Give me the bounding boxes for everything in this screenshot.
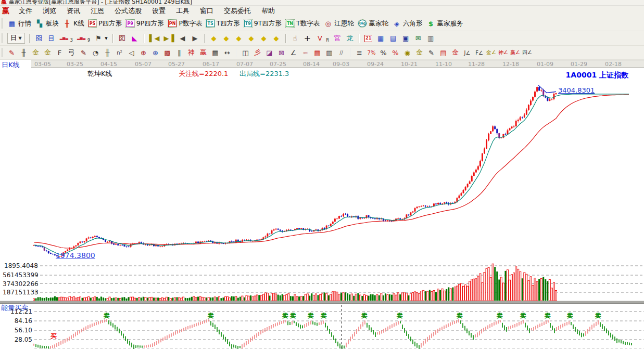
menu-item-6[interactable]: 设置 — [147, 6, 171, 16]
angle-button[interactable]: ∠ — [288, 47, 299, 58]
gift-button[interactable]: 宫 — [333, 34, 342, 43]
notepad-button[interactable]: ▤ — [389, 34, 397, 43]
diamond-left-button[interactable]: ◆ — [210, 34, 218, 43]
pen-one-button[interactable]: ✎ — [426, 47, 437, 58]
send-mail-button[interactable]: ✉ — [414, 34, 422, 43]
calendar-button[interactable]: 21 — [364, 35, 372, 42]
grid-button[interactable]: ▥ — [324, 47, 335, 58]
clock-line-button[interactable]: ◔ — [90, 47, 101, 58]
diamond-updown-button[interactable]: ◆ — [260, 34, 268, 43]
gold-circle-button[interactable]: ◉ — [402, 47, 413, 58]
color-chart-button[interactable]: ◣ — [131, 34, 139, 43]
save-button[interactable]: ▣ — [401, 34, 410, 43]
p-square-button[interactable]: PSP四方形 — [89, 19, 122, 28]
ma3-button[interactable]: ▂▅▃3 — [60, 34, 73, 43]
abacus-button[interactable]: ▦ — [210, 47, 221, 58]
print-button[interactable]: ▥ — [426, 34, 435, 43]
calculator-button[interactable]: ▦ — [376, 34, 385, 43]
sectors-button[interactable]: ▚板块 — [35, 19, 59, 28]
hexagon-button[interactable]: ◈六角形 — [393, 19, 423, 28]
pct-red-button[interactable]: % — [390, 47, 401, 58]
crosshair-button[interactable]: + — [304, 34, 312, 43]
menu-item-7[interactable]: 工具 — [171, 6, 195, 16]
diamond-expand-button[interactable]: ◆ — [235, 34, 243, 43]
sail-button[interactable]: ◁ — [126, 47, 137, 58]
9p-square-button[interactable]: P99P四方形 — [126, 19, 163, 28]
wave-button[interactable]: ≈ — [300, 47, 311, 58]
menu-item-4[interactable]: 江恩 — [85, 6, 109, 16]
shen-button[interactable]: 神 — [186, 47, 197, 58]
gann-figure-button[interactable]: 図 — [118, 34, 127, 43]
next-bar-button[interactable]: ▶ — [191, 34, 199, 43]
trough-price-label[interactable]: 1974.3800 — [56, 251, 95, 260]
gold-red-button[interactable]: 金 — [450, 47, 461, 58]
menu-item-1[interactable]: 文件 — [14, 6, 37, 16]
slashes-button[interactable]: // — [336, 47, 347, 58]
period-day-button[interactable]: 日▼ — [7, 33, 25, 44]
n2-button[interactable]: n² — [114, 47, 125, 58]
winner-wheel-button[interactable]: Big赢家轮 — [358, 19, 388, 28]
gold-box-button[interactable]: 金 — [414, 47, 425, 58]
menu-item-3[interactable]: 资讯 — [61, 6, 85, 16]
hspan-button[interactable]: ↔ — [222, 47, 233, 58]
diamond-compress-button[interactable]: ◆ — [247, 34, 256, 43]
panel-splitter[interactable] — [0, 301, 644, 304]
ying-button[interactable]: 赢 — [198, 47, 209, 58]
box-line-button[interactable]: ◫ — [240, 47, 251, 58]
measure-button[interactable]: VR — [316, 34, 330, 43]
menu-item-8[interactable]: 窗口 — [195, 6, 219, 16]
ying-angle-button[interactable]: 赢∠ — [510, 47, 521, 58]
menu-item-5[interactable]: 公式选股 — [109, 6, 147, 16]
menu-item-2[interactable]: 浏览 — [37, 6, 61, 16]
peak-price-label[interactable]: 3404.8301 — [558, 86, 595, 94]
j-angle-button[interactable]: J∠ — [462, 47, 473, 58]
four-angle-button[interactable]: 四∠ — [522, 47, 533, 58]
f-angle-button[interactable]: F∠ — [474, 47, 485, 58]
fan-button[interactable]: 彡 — [252, 47, 263, 58]
fan-box-button[interactable]: ◪ — [264, 47, 275, 58]
menu-item-9[interactable]: 交易委托 — [219, 6, 256, 16]
compass-button[interactable]: ⊕ — [138, 47, 149, 58]
hand-button[interactable]: ☝ — [291, 34, 299, 43]
candlestick-chart[interactable]: 卖卖卖卖卖卖卖卖卖卖卖卖卖卖买 — [0, 68, 644, 349]
pen-button[interactable]: ✎ — [6, 47, 17, 58]
box-x-button[interactable]: ⊠ — [276, 47, 287, 58]
fence-button[interactable]: ╫ — [18, 47, 29, 58]
box-red-button[interactable]: ▤ — [438, 47, 449, 58]
toolbar-grip[interactable] — [2, 48, 3, 57]
services-button[interactable]: $赢家服务 — [426, 19, 463, 28]
gann-wheel-button[interactable]: ◎江恩轮 — [324, 19, 354, 28]
gold-gate2-button[interactable]: 金 — [42, 47, 53, 58]
diamond-cross-button[interactable]: ◆ — [272, 34, 281, 43]
last-bar-button[interactable]: ▶▐ — [164, 34, 174, 43]
toolbar-grip[interactable] — [2, 33, 3, 43]
toolbar-grip[interactable] — [2, 18, 3, 29]
grid-red-button[interactable]: ▦ — [312, 47, 323, 58]
web-button[interactable]: ▩ — [162, 47, 173, 58]
prev-bar-button[interactable]: ◀ — [179, 34, 187, 43]
t-table-button[interactable]: TNT数字表 — [286, 19, 320, 28]
note-list-button[interactable]: 目 — [47, 34, 56, 43]
dragon-button[interactable]: 龙 — [346, 34, 354, 43]
t-square-button[interactable]: TST四方形 — [206, 19, 239, 28]
quotes-button[interactable]: ▦行情 — [8, 19, 31, 28]
f-line-button[interactable]: F — [54, 47, 65, 58]
9t-square-button[interactable]: T99T四方形 — [244, 19, 282, 28]
gold-gate1-button[interactable]: 金 — [30, 47, 41, 58]
gold-angle-button[interactable]: 金∠ — [486, 47, 497, 58]
formula-button[interactable]: 囵 — [35, 34, 43, 43]
kline-button[interactable]: ╫K线 — [63, 19, 84, 28]
meter-button[interactable]: ≡ — [354, 47, 365, 58]
chart-area[interactable]: 卖卖卖卖卖卖卖卖卖卖卖卖卖卖买 乾坤K线 关注线=2220.1 出局线=2231… — [0, 68, 644, 349]
flag-button[interactable]: ⚑▼ — [94, 34, 107, 43]
pen-red-button[interactable]: ✎ — [78, 47, 89, 58]
starburst-button[interactable]: ⊛ — [150, 47, 161, 58]
p-table-button[interactable]: PNP数字表 — [168, 19, 203, 28]
menu-item-10[interactable]: 帮助 — [256, 6, 280, 16]
fence2-button[interactable]: ╫ — [102, 47, 113, 58]
spiral-button[interactable]: 弓 — [66, 47, 77, 58]
ma9-button[interactable]: ▂▅▃9 — [77, 34, 90, 43]
first-bar-button[interactable]: ▌◀ — [149, 34, 160, 43]
diamond-right-button[interactable]: ◆ — [222, 34, 231, 43]
shen-angle-button[interactable]: 神∠ — [498, 47, 509, 58]
